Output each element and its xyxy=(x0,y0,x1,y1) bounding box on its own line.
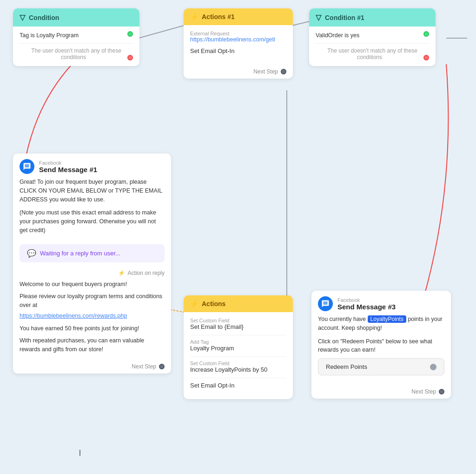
condition2-header: ▽ Condition #1 xyxy=(309,8,436,27)
send-message-1-title: Send Message #1 xyxy=(39,166,97,174)
redeem-points-button[interactable]: Redeem Points xyxy=(318,358,444,375)
action-on-reply-bar: ⚡ Action on reply xyxy=(13,270,171,278)
action-row-2: Set Email Opt-In xyxy=(190,47,286,54)
actions2-title: Actions xyxy=(202,300,225,307)
msg3-para1: You currently have LoyaltyPoints points … xyxy=(318,315,444,333)
condition2-nomatch-text: The user doesn't match any of these cond… xyxy=(316,47,429,60)
reply-message-body: Welcome to our frequent buyers program! … xyxy=(13,278,171,360)
redeem-button-dot xyxy=(430,364,436,370)
message-1-para2: (Note you must use this exact email addr… xyxy=(20,208,165,234)
red-dot-condition1[interactable] xyxy=(127,55,133,60)
next-step-dot-3[interactable] xyxy=(439,389,444,394)
bolt-icon-actions1: ⚡ xyxy=(190,13,198,20)
fb-icon-3 xyxy=(318,296,333,311)
actions2-value-2: Loyalty Program xyxy=(190,345,286,352)
send-message-3-title-block: Facebook Send Message #3 xyxy=(337,297,396,311)
svg-line-0 xyxy=(139,26,184,38)
waiting-text: Waiting for a reply from user... xyxy=(40,250,120,257)
chat-icon: 💬 xyxy=(27,249,36,258)
actions2-label-1: Set Custom Field xyxy=(190,318,286,323)
actions2-row-2: Add Tag Loyalty Program xyxy=(190,339,286,352)
reply-body-1: Welcome to our frequent buyers program! xyxy=(20,280,165,289)
msg3-para2: Click on "Redeem Points" below to see wh… xyxy=(318,337,444,355)
bolt-icon-reply: ⚡ xyxy=(118,270,125,276)
actions1-node: ⚡ Actions #1 External Request https://bu… xyxy=(184,8,293,79)
redeem-button-label: Redeem Points xyxy=(326,363,367,370)
condition2-title: Condition #1 xyxy=(325,14,364,21)
actions1-body: External Request https://bumblebeelinens… xyxy=(184,25,293,65)
action-label-1: External Request xyxy=(190,31,286,36)
canvas: ▽ Condition Tag is Loyalty Program The u… xyxy=(0,0,476,474)
actions1-footer: Next Step xyxy=(184,65,293,79)
actions2-row-1: Set Custom Field Set Email to {Email} xyxy=(190,318,286,330)
fb-icon-1 xyxy=(20,159,34,174)
green-dot-condition2[interactable] xyxy=(423,31,429,37)
reply-body-2: Please review our loyalty program terms … xyxy=(20,292,165,310)
actions2-body: Set Custom Field Set Email to {Email} Ad… xyxy=(184,312,293,399)
red-dot-condition2[interactable] xyxy=(423,55,429,60)
condition-header: ▽ Condition xyxy=(13,8,139,27)
next-step-label-3: Next Step xyxy=(411,388,436,395)
loyalty-points-tag: LoyaltyPoints xyxy=(368,315,406,323)
actions2-value-3: Increase LoyaltyPoints by 50 xyxy=(190,366,286,373)
condition2-match-text: ValidOrder is yes xyxy=(316,32,429,39)
actions2-node: ⚡ Actions Set Custom Field Set Email to … xyxy=(184,295,293,399)
action-row-1: External Request https://bumblebeelinens… xyxy=(190,31,286,43)
filter-icon: ▽ xyxy=(20,13,25,22)
actions2-label-2: Add Tag xyxy=(190,339,286,345)
condition-title: Condition xyxy=(29,14,59,21)
actions1-title: Actions #1 xyxy=(202,13,235,20)
actions2-value-1: Set Email to {Email} xyxy=(190,323,286,330)
message-1-para1: Great! To join our frequent buyer progra… xyxy=(20,178,165,204)
send-message-3-title: Send Message #3 xyxy=(337,303,396,311)
send-message-3-body: You currently have LoyaltyPoints points … xyxy=(311,315,451,385)
condition-body: Tag is Loyalty Program The user doesn't … xyxy=(13,27,139,66)
reply-link[interactable]: https://bumblebeelinens.com/rewards.php xyxy=(20,313,127,319)
waiting-block: 💬 Waiting for a reply from user... xyxy=(20,244,165,262)
action-value-2: Set Email Opt-In xyxy=(190,47,286,54)
actions1-header: ⚡ Actions #1 xyxy=(184,8,293,25)
send-message-1-body: Great! To join our frequent buyer progra… xyxy=(13,178,171,240)
action-link-1[interactable]: https://bumblebeelinens.com/getl xyxy=(190,36,286,43)
actions2-header: ⚡ Actions xyxy=(184,295,293,312)
send-message-3-header: Facebook Send Message #3 xyxy=(311,291,451,315)
condition-match-text: Tag is Loyalty Program xyxy=(20,32,133,39)
action-on-reply-label: Action on reply xyxy=(128,270,165,276)
next-step-label-reply: Next Step xyxy=(132,363,156,370)
green-dot-condition1[interactable] xyxy=(127,31,133,37)
condition2-body: ValidOrder is yes The user doesn't match… xyxy=(309,27,436,66)
condition2-node: ▽ Condition #1 ValidOrder is yes The use… xyxy=(309,8,436,66)
fb-label-1: Facebook xyxy=(39,160,97,166)
msg3-footer: Next Step xyxy=(311,385,451,399)
actions2-row-4: Set Email Opt-In xyxy=(190,382,286,389)
reply-footer: Next Step xyxy=(13,360,171,374)
waiting-container: 💬 Waiting for a reply from user... xyxy=(13,244,171,270)
svg-line-1 xyxy=(292,21,311,26)
send-message-1-header: Facebook Send Message #1 xyxy=(13,154,171,178)
send-message-3-node: Facebook Send Message #3 You currently h… xyxy=(311,291,451,399)
condition-nomatch-text: The user doesn't match any of these cond… xyxy=(20,47,133,60)
reply-body-4: With repeated purchases, you can earn va… xyxy=(20,336,165,354)
next-step-dot-reply[interactable] xyxy=(159,364,165,369)
actions2-row-3: Set Custom Field Increase LoyaltyPoints … xyxy=(190,361,286,373)
send-message-1-title-block: Facebook Send Message #1 xyxy=(39,160,97,174)
actions2-value-4: Set Email Opt-In xyxy=(190,382,286,389)
reply-body-3: You have earned 50 free points just for … xyxy=(20,324,165,333)
fb-label-3: Facebook xyxy=(337,297,396,303)
bolt-icon-actions2: ⚡ xyxy=(190,300,198,307)
send-message-1-node: Facebook Send Message #1 Great! To join … xyxy=(13,154,171,374)
actions2-label-3: Set Custom Field xyxy=(190,361,286,366)
next-step-dot-1[interactable] xyxy=(281,69,286,74)
next-step-label-1: Next Step xyxy=(253,68,278,75)
filter-icon-2: ▽ xyxy=(316,13,321,22)
condition-node: ▽ Condition Tag is Loyalty Program The u… xyxy=(13,8,139,66)
msg3-pre: You currently have xyxy=(318,316,368,322)
